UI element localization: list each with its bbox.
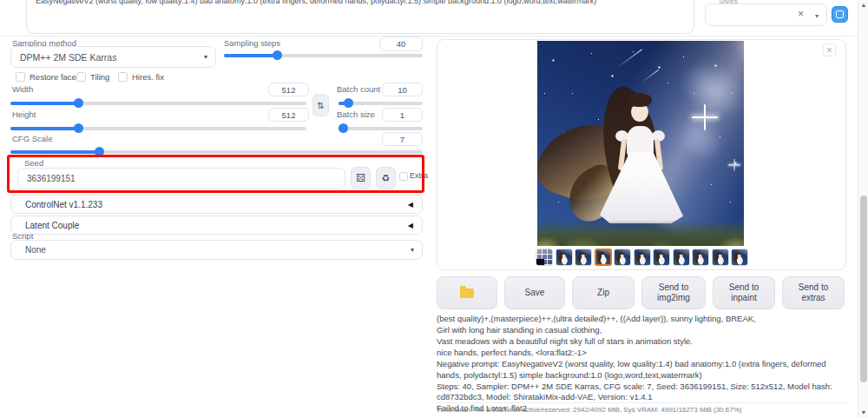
hires-fix-label: Hires. fix	[132, 72, 164, 82]
sampling-method-value: DPM++ 2M SDE Karras	[20, 52, 116, 63]
controlnet-accordion-label: ControlNet v1.1.233	[25, 200, 102, 209]
extra-seed-checkbox[interactable]	[399, 172, 408, 181]
thumbnail[interactable]	[556, 249, 573, 266]
thumbnail[interactable]	[692, 249, 709, 266]
folder-icon	[460, 289, 474, 298]
width-input[interactable]: 512	[268, 83, 309, 96]
slider-handle[interactable]	[339, 123, 348, 133]
send-to-inpaint-button[interactable]: Send to inpaint	[713, 276, 775, 309]
cfg-scale-input[interactable]: 7	[382, 132, 423, 146]
close-gallery-icon[interactable]: ×	[823, 43, 836, 56]
chevron-down-icon: ▾	[411, 246, 414, 254]
clipboard-icon	[836, 10, 844, 18]
styles-clear-icon[interactable]: ×	[798, 8, 804, 20]
thumbnail[interactable]	[653, 249, 670, 266]
latent-couple-accordion-label: Latent Couple	[25, 221, 79, 230]
info-divider	[437, 402, 846, 403]
slider-handle[interactable]	[344, 98, 353, 108]
chevron-down-icon[interactable]: ▾	[815, 12, 819, 20]
sampling-method-dropdown[interactable]: DPM++ 2M SDE Karras ▾	[10, 46, 216, 68]
hires-fix-checkbox[interactable]	[118, 72, 128, 82]
time-taken-text: Time taken: 4m 3.91sTorch active/reserve…	[437, 406, 845, 414]
script-dropdown[interactable]: None ▾	[10, 240, 423, 260]
chevron-down-icon: ▾	[204, 53, 207, 61]
recycle-icon: ♻	[382, 173, 391, 184]
prompt-text: (best quality)+,(masterpiece)++,(ultra d…	[437, 314, 845, 325]
random-seed-button[interactable]: ⚄	[351, 167, 371, 189]
stars-art	[537, 41, 538, 42]
height-input[interactable]: 512	[268, 108, 309, 122]
latent-couple-accordion[interactable]: Latent Couple ◀	[10, 216, 423, 235]
script-value: None	[25, 245, 46, 255]
seed-label: Seed	[24, 158, 43, 168]
thumbnail-grid[interactable]	[536, 249, 553, 266]
save-button[interactable]: Save	[504, 276, 565, 309]
restore-faces-label: Restore faces	[30, 72, 81, 82]
sampling-steps-input[interactable]: 40	[379, 36, 423, 51]
apply-styles-button[interactable]	[832, 6, 848, 23]
open-folder-button[interactable]	[437, 276, 497, 309]
cfg-scale-slider[interactable]	[10, 147, 423, 156]
generation-info: (best quality)+,(masterpiece)++,(ultra d…	[437, 314, 845, 415]
thumbnail-selected[interactable]	[595, 249, 612, 266]
thumbnail[interactable]	[673, 249, 690, 266]
params-text: Steps: 40, Sampler: DPM++ 2M SDE Karras,…	[437, 382, 845, 403]
batch-size-input[interactable]: 1	[382, 108, 423, 122]
prompt-text: nice hands, perfect hands, <lora:flat2:-…	[437, 348, 845, 359]
batch-count-input[interactable]: 10	[382, 83, 423, 96]
scroll-down-icon[interactable]: ▼	[858, 408, 868, 418]
sampling-steps-slider[interactable]	[224, 50, 423, 60]
height-label: Height	[12, 109, 36, 119]
send-to-img2img-button[interactable]: Send to img2img	[641, 276, 706, 309]
cfg-scale-label: CFG Scale	[12, 134, 52, 143]
negative-prompt-text: Negative prompt: EasyNegativeV2 (worst q…	[437, 359, 845, 381]
gallery-thumbnails	[536, 249, 748, 266]
thumbnail[interactable]	[614, 249, 631, 266]
reuse-seed-button[interactable]: ♻	[376, 167, 396, 189]
dice-icon: ⚄	[356, 172, 365, 184]
scroll-up-icon[interactable]: ▲	[858, 0, 868, 10]
negative-prompt-input[interactable]: EasyNegativeV2 (worst quality, low quali…	[26, 0, 694, 34]
tiling-checkbox[interactable]	[76, 72, 86, 82]
bright-star-art	[728, 164, 740, 165]
grass-art	[537, 220, 744, 246]
styles-dropdown[interactable]: × ▾	[705, 3, 827, 26]
thumbnail[interactable]	[731, 249, 748, 266]
zip-button[interactable]: Zip	[572, 276, 635, 309]
page-scrollbar[interactable]: ▲ ▼	[858, 0, 868, 418]
slider-handle[interactable]	[74, 98, 83, 108]
shooting-star-art	[616, 50, 642, 69]
generated-image[interactable]	[537, 41, 744, 246]
width-label: Width	[12, 84, 33, 94]
thumbnail[interactable]	[634, 249, 651, 266]
thumbnail[interactable]	[712, 249, 729, 266]
tiling-label: Tiling	[90, 72, 109, 82]
batch-count-label: Batch count	[337, 84, 380, 94]
bright-star-art	[692, 116, 718, 118]
width-slider[interactable]	[10, 98, 306, 108]
controlnet-accordion[interactable]: ControlNet v1.1.233 ◀	[10, 195, 423, 214]
accordion-collapsed-icon: ◀	[408, 201, 413, 209]
batch-size-label: Batch size	[337, 109, 375, 119]
slider-handle[interactable]	[74, 123, 83, 133]
girl-hair-art	[627, 93, 652, 107]
swap-icon: ⇅	[317, 101, 324, 110]
batch-count-slider[interactable]	[339, 98, 423, 108]
swap-dimensions-button[interactable]: ⇅	[312, 94, 329, 116]
height-slider[interactable]	[10, 123, 306, 133]
txt2img-page: EasyNegativeV2 (worst quality, low quali…	[0, 0, 868, 418]
slider-handle[interactable]	[273, 50, 282, 60]
thumbnail[interactable]	[575, 249, 592, 266]
prompt-text: Vast meadows with a beautiful night sky …	[437, 336, 845, 348]
accordion-collapsed-icon: ◀	[408, 222, 413, 229]
restore-faces-checkbox[interactable]	[16, 72, 25, 82]
extra-seed-label: Extra	[410, 171, 428, 180]
section-divider	[0, 36, 858, 36]
seed-input[interactable]	[17, 168, 345, 189]
send-to-extras-button[interactable]: Send to extras	[782, 276, 845, 309]
scrollbar-thumb[interactable]	[860, 196, 867, 382]
prompt-text: Girl with long hair standing in casual c…	[437, 325, 845, 336]
sampling-steps-label: Sampling steps	[224, 38, 280, 48]
slider-handle[interactable]	[95, 147, 104, 156]
